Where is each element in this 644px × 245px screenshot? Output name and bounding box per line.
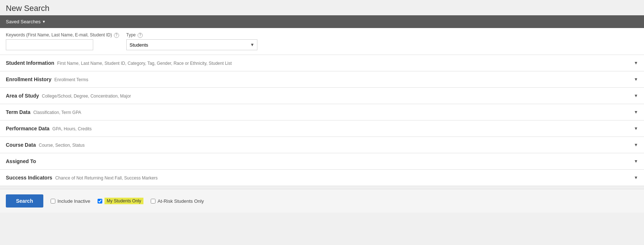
page-title: New Search (0, 0, 644, 15)
accordion-subtitle-5: Course, Section, Status (39, 143, 84, 148)
accordion-header-4: Performance DataGPA, Hours, Credits▼ (0, 120, 644, 137)
accordion-section-1[interactable]: Enrollment HistoryEnrollment Terms▼ (0, 71, 644, 88)
type-select-wrapper: Students Staff All ▼ (126, 39, 257, 50)
type-label: Type ? (126, 32, 257, 38)
accordion-section-7[interactable]: Success IndicatorsChance of Not Returnin… (0, 170, 644, 186)
my-students-only-checkbox[interactable] (98, 199, 102, 203)
accordion-header-6: Assigned To▼ (0, 153, 644, 169)
keywords-label: Keywords (First Name, Last Name, E-mail,… (6, 32, 119, 38)
footer-bar: Search Include Inactive My Students Only… (0, 189, 644, 213)
accordion-chevron-icon-7: ▼ (634, 175, 638, 180)
saved-searches-chevron-icon: ▼ (42, 20, 46, 24)
type-select[interactable]: Students Staff All (126, 39, 257, 50)
search-fields-row: Keywords (First Name, Last Name, E-mail,… (0, 28, 644, 55)
accordion-section-0[interactable]: Student InformationFirst Name, Last Name… (0, 55, 644, 71)
keywords-help-icon[interactable]: ? (114, 33, 119, 38)
accordion-subtitle-2: College/School, Degree, Concentration, M… (42, 94, 131, 99)
accordion-header-7: Success IndicatorsChance of Not Returnin… (0, 170, 644, 186)
accordion-title-1: Enrollment History (6, 76, 51, 82)
accordion-header-2: Area of StudyCollege/School, Degree, Con… (0, 88, 644, 104)
accordion-section-5[interactable]: Course DataCourse, Section, Status▼ (0, 137, 644, 153)
accordion-title-4: Performance Data (6, 126, 50, 131)
accordion-chevron-icon-5: ▼ (634, 142, 638, 147)
accordion-section-2[interactable]: Area of StudyCollege/School, Degree, Con… (0, 88, 644, 104)
accordion-title-3: Term Data (6, 109, 30, 115)
accordion-title-7: Success Indicators (6, 175, 52, 181)
include-inactive-label: Include Inactive (58, 198, 90, 204)
accordion-chevron-icon-3: ▼ (634, 110, 638, 115)
include-inactive-group: Include Inactive (51, 198, 90, 204)
accordion-header-0: Student InformationFirst Name, Last Name… (0, 55, 644, 71)
accordion-title-2: Area of Study (6, 93, 39, 99)
accordion-container: Student InformationFirst Name, Last Name… (0, 55, 644, 186)
accordion-title-6: Assigned To (6, 158, 36, 164)
accordion-subtitle-0: First Name, Last Name, Student ID, Categ… (57, 61, 232, 66)
type-field-group: Type ? Students Staff All ▼ (126, 32, 257, 50)
accordion-chevron-icon-0: ▼ (634, 60, 638, 66)
accordion-chevron-icon-2: ▼ (634, 93, 638, 98)
accordion-header-5: Course DataCourse, Section, Status▼ (0, 137, 644, 153)
accordion-section-4[interactable]: Performance DataGPA, Hours, Credits▼ (0, 120, 644, 137)
accordion-chevron-icon-1: ▼ (634, 77, 638, 82)
at-risk-students-checkbox[interactable] (151, 199, 155, 203)
accordion-section-3[interactable]: Term DataClassification, Term GPA▼ (0, 104, 644, 120)
accordion-chevron-icon-6: ▼ (634, 159, 638, 164)
accordion-title-5: Course Data (6, 142, 36, 148)
saved-searches-bar: Saved Searches ▼ (0, 15, 644, 28)
search-button[interactable]: Search (6, 194, 43, 208)
accordion-subtitle-4: GPA, Hours, Credits (52, 126, 92, 131)
saved-searches-label: Saved Searches (6, 19, 40, 24)
saved-searches-button[interactable]: Saved Searches ▼ (6, 19, 46, 24)
accordion-header-1: Enrollment HistoryEnrollment Terms▼ (0, 71, 644, 87)
accordion-title-0: Student Information (6, 60, 54, 66)
accordion-subtitle-3: Classification, Term GPA (33, 110, 81, 115)
keywords-field-group: Keywords (First Name, Last Name, E-mail,… (6, 32, 119, 50)
accordion-section-6[interactable]: Assigned To▼ (0, 153, 644, 170)
accordion-subtitle-1: Enrollment Terms (54, 77, 88, 82)
my-students-only-label: My Students Only (104, 198, 143, 204)
accordion-header-3: Term DataClassification, Term GPA▼ (0, 104, 644, 120)
type-help-icon[interactable]: ? (138, 33, 143, 38)
accordion-subtitle-7: Chance of Not Returning Next Fall, Succe… (55, 175, 158, 181)
at-risk-students-group: At-Risk Students Only (151, 198, 204, 204)
at-risk-students-label: At-Risk Students Only (158, 198, 204, 204)
my-students-only-group: My Students Only (98, 198, 143, 204)
accordion-chevron-icon-4: ▼ (634, 126, 638, 131)
include-inactive-checkbox[interactable] (51, 199, 55, 203)
keywords-input[interactable] (6, 39, 93, 50)
